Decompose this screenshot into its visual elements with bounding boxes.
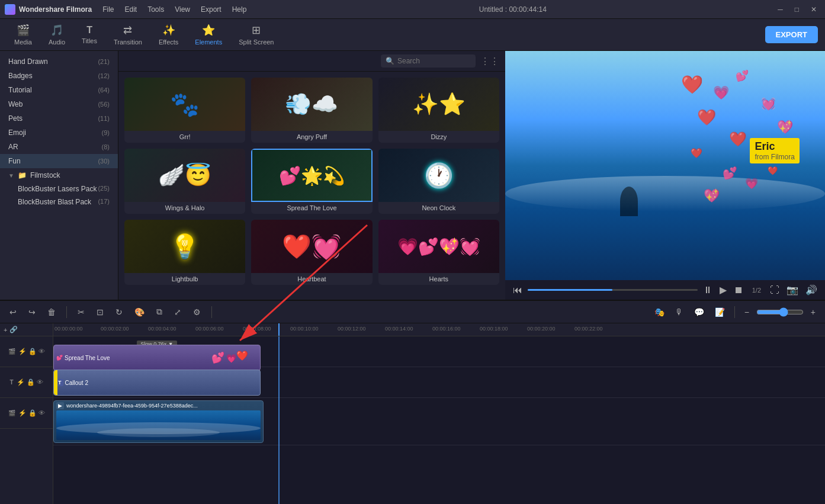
media-label: Media xyxy=(14,38,32,46)
sidebar-item-tutorial[interactable]: Tutorial (64) xyxy=(0,83,118,97)
zoom-in-button[interactable]: + xyxy=(807,306,819,319)
sidebar-item-badges[interactable]: Badges (12) xyxy=(0,69,118,83)
grid-item-hearts[interactable]: 💗💕💖💓 Hearts xyxy=(378,220,499,285)
grid-item-grr[interactable]: 🐾 Grr! xyxy=(124,78,245,143)
overlay-button[interactable]: ⧉ xyxy=(153,305,166,319)
grid-item-dizzy[interactable]: ✨⭐ Dizzy xyxy=(378,78,499,143)
grid-item-wings-halo[interactable]: 🪽😇 Wings & Halo xyxy=(124,149,245,214)
clip-heart-2: 💗 xyxy=(226,354,236,363)
camera-button[interactable]: 📷 xyxy=(785,283,800,297)
caption-button[interactable]: 📝 xyxy=(711,306,728,319)
video-eye-icon[interactable]: 👁 xyxy=(38,409,45,417)
callout-lock-icon[interactable]: 🔒 xyxy=(27,378,35,386)
track-eye-icon[interactable]: 👁 xyxy=(38,348,45,355)
subtitle-button[interactable]: 💬 xyxy=(691,306,708,319)
play-forward-button[interactable]: ▶ xyxy=(718,283,728,297)
splitscreen-icon: ⊞ xyxy=(252,24,261,37)
skip-back-button[interactable]: ⏮ xyxy=(511,283,524,297)
elements-button[interactable]: ⭐ Elements xyxy=(188,20,229,49)
cut-button[interactable]: ✂ xyxy=(74,306,88,319)
menu-view[interactable]: View xyxy=(170,4,195,15)
sidebar-item-ar[interactable]: AR (8) xyxy=(0,140,118,154)
crop-button[interactable]: ⊡ xyxy=(93,306,107,319)
sidebar-item-web[interactable]: Web (56) xyxy=(0,97,118,111)
toolbar-separator-3 xyxy=(734,306,735,318)
track-lock-icon[interactable]: 🔒 xyxy=(28,348,37,355)
track-row-video: ▶ wondershare-49894fb7-feea-459b-954f-27… xyxy=(53,398,825,445)
titles-button[interactable]: T Titles xyxy=(75,21,104,48)
track-headers: + 🔗 🎬 ⚡ 🔒 👁 T ⚡ 🔒 👁 🎬 xyxy=(0,323,53,504)
video-lock-icon[interactable]: 🔒 xyxy=(28,409,37,417)
clip-spread-love-thumb-icon: 💕 xyxy=(56,355,63,361)
fullscreen2-button[interactable]: ⤢ xyxy=(171,306,185,319)
track-speed-icon[interactable]: ⚡ xyxy=(18,348,27,355)
progress-bar[interactable] xyxy=(528,289,698,291)
track-header-spread-love: 🎬 ⚡ 🔒 👁 xyxy=(0,336,53,367)
fullscreen-button[interactable]: ⛶ xyxy=(768,283,781,297)
sidebar-item-pets[interactable]: Pets (11) xyxy=(0,111,118,126)
transition-button[interactable]: ⇄ Transition xyxy=(107,20,149,49)
grid-item-angry-puff[interactable]: 💨☁️ Angry Puff xyxy=(251,78,372,143)
callout-speed-icon[interactable]: ⚡ xyxy=(17,378,25,386)
menu-edit[interactable]: Edit xyxy=(120,4,142,15)
redo-button[interactable]: ↪ xyxy=(25,306,39,319)
close-button[interactable]: ✕ xyxy=(807,4,820,15)
timeline-right-controls: 🎭 🎙 💬 📝 − + xyxy=(651,306,819,319)
page-indicator: 1/2 xyxy=(752,287,761,294)
menu-tools[interactable]: Tools xyxy=(143,4,169,15)
media-button[interactable]: 🎬 Media xyxy=(7,20,39,49)
callout-eye-icon[interactable]: 👁 xyxy=(37,378,43,386)
search-input[interactable] xyxy=(397,57,471,65)
volume-button[interactable]: 🔊 xyxy=(804,283,819,297)
sidebar-label-tutorial: Tutorial xyxy=(8,86,32,94)
titles-icon: T xyxy=(86,25,92,36)
delete-button[interactable]: 🗑 xyxy=(44,306,59,319)
sidebar-item-emoji[interactable]: Emoji (9) xyxy=(0,126,118,140)
export-button[interactable]: EXPORT xyxy=(765,26,818,43)
clip-callout[interactable]: T Callout 2 xyxy=(53,370,261,396)
sidebar-item-fun[interactable]: Fun (30) xyxy=(0,154,118,168)
grid-item-spread-love[interactable]: 💕🌟💫 Spread The Love xyxy=(251,149,372,214)
splitscreen-button[interactable]: ⊞ Split Screen xyxy=(232,20,281,49)
add-track-button[interactable]: + xyxy=(4,326,7,333)
scene-button[interactable]: 🎭 xyxy=(651,306,668,319)
effects-button[interactable]: ✨ Effects xyxy=(152,20,185,49)
ruler-mark-0: 00:00:00:00 xyxy=(54,326,83,332)
elements-icon: ⭐ xyxy=(202,24,215,37)
clip-video[interactable]: ▶ wondershare-49894fb7-feea-459b-954f-27… xyxy=(53,400,264,443)
play-button[interactable]: ⏸ xyxy=(701,283,714,297)
minimize-button[interactable]: ─ xyxy=(774,4,787,15)
grid-options-icon[interactable]: ⋮⋮ xyxy=(480,56,499,67)
menu-export[interactable]: Export xyxy=(196,4,226,15)
track-row-callout: T Callout 2 xyxy=(53,367,825,398)
zoom-out-button[interactable]: − xyxy=(741,306,753,319)
link-button[interactable]: 🔗 xyxy=(9,326,18,333)
grid-item-heartbeat[interactable]: ❤️💓 Heartbeat xyxy=(251,220,372,285)
grid-item-neon-clock[interactable]: 🕐 Neon Clock xyxy=(378,149,499,214)
media-icon: 🎬 xyxy=(17,24,30,37)
audio-button[interactable]: 🎵 Audio xyxy=(41,20,72,49)
menu-file[interactable]: File xyxy=(98,4,118,15)
menu-help[interactable]: Help xyxy=(227,4,252,15)
playhead[interactable] xyxy=(278,323,280,336)
maximize-button[interactable]: □ xyxy=(791,4,802,15)
sidebar-item-hand-drawn[interactable]: Hand Drawn (21) xyxy=(0,54,118,69)
search-box[interactable]: 🔍 xyxy=(381,54,476,68)
grid-item-lightbulb[interactable]: 💡 Lightbulb xyxy=(124,220,245,285)
video-speed-icon[interactable]: ⚡ xyxy=(18,409,27,417)
color-button[interactable]: 🎨 xyxy=(131,306,148,319)
sidebar-group-filmstock[interactable]: ▼ 📁 Filmstock xyxy=(0,168,118,182)
audio-track-button[interactable]: 🎙 xyxy=(672,306,687,319)
sidebar-item-blockbuster-lasers[interactable]: BlockBuster Lasers Pack (25) xyxy=(0,182,118,195)
undo-button[interactable]: ↩ xyxy=(6,306,20,319)
zoom-slider[interactable] xyxy=(756,307,804,317)
stop-button[interactable]: ⏹ xyxy=(732,283,745,297)
adjust-button[interactable]: ⚙ xyxy=(190,306,204,319)
sidebar-item-blockbuster-blast[interactable]: BlockBuster Blast Pack (17) xyxy=(0,195,118,208)
transition-label: Transition xyxy=(114,38,142,46)
callout-box: Eric from Filmora xyxy=(750,138,799,163)
sidebar-label-ar: AR xyxy=(8,143,18,151)
rotate-button[interactable]: ↻ xyxy=(112,306,126,319)
grid-item-angry-puff-label: Angry Puff xyxy=(251,131,372,143)
video-thumbnail xyxy=(56,410,261,440)
